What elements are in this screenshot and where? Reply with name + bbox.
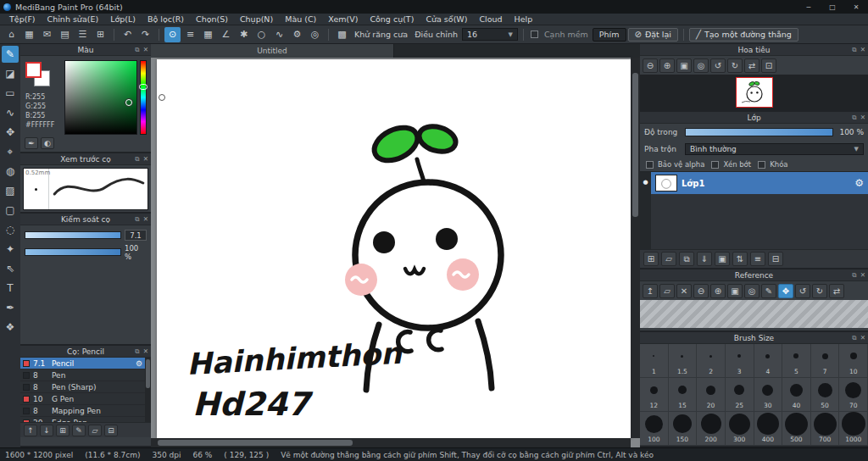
checkbox[interactable] [758, 161, 765, 169]
canvas-vertical-scrollbar[interactable] [631, 58, 640, 438]
zoom-in-icon[interactable]: ⊕ [710, 284, 726, 298]
add-brush-icon[interactable]: ⊞ [56, 425, 70, 436]
move-tool[interactable]: ✥ [2, 124, 19, 141]
undo-icon[interactable]: ↶ [120, 27, 136, 42]
brush-size-cell[interactable]: 100 [640, 412, 669, 446]
transparent-color-icon[interactable]: ◐ [41, 137, 54, 149]
eyedropper-icon[interactable]: ✒ [25, 137, 38, 149]
brush-size-cell[interactable]: 150 [669, 412, 698, 446]
popout-icon[interactable]: ⧉ [135, 347, 139, 356]
fit-window-icon[interactable]: ▣ [676, 58, 692, 73]
delete-brush-icon[interactable]: ⊟ [104, 425, 118, 436]
text-tool[interactable]: T [2, 280, 19, 297]
close-panel-icon[interactable]: ✕ [143, 347, 148, 355]
close-panel-icon[interactable]: ✕ [143, 215, 148, 223]
panel-layout-icon[interactable]: ▤ [57, 27, 73, 42]
color-picker-ring[interactable] [125, 99, 132, 106]
brush-size-cell[interactable]: 40 [782, 378, 811, 412]
brush-size-cell[interactable]: 200 [697, 412, 726, 446]
pick-color-icon[interactable]: ✎ [761, 284, 776, 298]
snap-ellipse-icon[interactable]: ○ [253, 27, 270, 42]
brush-size-cell[interactable]: 300 [726, 412, 754, 446]
hand-tool[interactable]: ❖ [2, 319, 19, 336]
lock-checkbox[interactable]: Khóa [756, 160, 787, 169]
popout-icon[interactable]: ⧉ [135, 155, 139, 164]
menu-item[interactable]: Help [509, 14, 539, 25]
layer-settings-icon[interactable]: ⚙ [854, 177, 864, 189]
zoom-out-icon[interactable]: ⊖ [693, 284, 709, 298]
reset-button[interactable]: ⊘ Đặt lại [628, 28, 678, 42]
layer-visibility-icon[interactable]: ● [643, 179, 648, 249]
rotate-right-icon[interactable]: ↻ [812, 284, 827, 298]
saturation-value-square[interactable] [64, 60, 137, 135]
zoom-100-icon[interactable]: ◎ [693, 58, 709, 73]
brush-size-cell[interactable]: 1 [640, 344, 669, 378]
brush-size-value[interactable]: 7.1 [125, 230, 147, 241]
flip-view-icon[interactable]: ⇄ [744, 58, 760, 73]
pan-icon[interactable]: ✥ [778, 284, 793, 298]
antialias-icon[interactable]: ▩ [334, 27, 350, 42]
menu-item[interactable]: Tệp(F) [3, 14, 42, 25]
close-panel-icon[interactable]: ✕ [860, 271, 865, 279]
brush-mapping-pen[interactable]: 8 Mapping Pen ⚙ [20, 405, 151, 417]
transform-tool[interactable]: ⌖ [2, 143, 19, 160]
brush-size-slider[interactable] [25, 231, 121, 239]
eraser-tool[interactable]: ◪ [2, 65, 19, 82]
wand-tool[interactable]: ✦ [2, 241, 19, 258]
reset-view-icon[interactable]: ⊡ [761, 58, 776, 73]
home-icon[interactable]: ⌂ [3, 27, 19, 42]
actual-size-icon[interactable]: ◎ [744, 284, 760, 298]
menu-item[interactable]: Xem(V) [322, 14, 364, 25]
brush-size-cell[interactable]: 15 [669, 378, 698, 412]
snap-vanishing-point-icon[interactable]: ∠ [218, 27, 234, 42]
layer-row-lop1[interactable]: Lớp1 ⚙ [651, 172, 868, 194]
popout-icon[interactable]: ⧉ [135, 46, 139, 54]
document-tab[interactable]: Untitled [151, 44, 394, 58]
brush-size-cell[interactable]: 4 [754, 344, 783, 378]
rotate-left-icon[interactable]: ↺ [710, 58, 726, 73]
layer-mask-icon[interactable]: ▣ [715, 252, 730, 266]
menu-item[interactable]: Chỉnh sửa(E) [42, 14, 105, 25]
snap-curve-icon[interactable]: ∿ [271, 27, 287, 42]
snap-parallel-icon[interactable]: ≡ [182, 27, 198, 42]
grid-icon[interactable]: ⊞ [92, 27, 108, 42]
eyedropper-tool[interactable]: ✒ [2, 299, 19, 316]
brush-size-cell[interactable]: 7 [811, 344, 840, 378]
brush-list-scrollbar[interactable] [145, 358, 151, 422]
brush-size-cell[interactable]: 500 [782, 412, 811, 446]
brush-size-cell[interactable]: 70 [839, 378, 868, 412]
clipping-checkbox[interactable]: Xén bớt [709, 160, 751, 169]
brush-down-icon[interactable]: ↓ [40, 425, 53, 436]
brush-edge-pen[interactable]: 20 Edge Pen ⚙ [20, 417, 151, 422]
checkbox[interactable] [711, 161, 719, 169]
add-layer-icon[interactable]: ⊞ [643, 252, 659, 266]
clear-image-icon[interactable]: ✕ [676, 284, 692, 298]
merge-down-icon[interactable]: ⇓ [697, 252, 712, 266]
duplicate-layer-icon[interactable]: ⧉ [679, 252, 694, 266]
brush-size-cell[interactable]: 10 [839, 344, 868, 378]
menu-item[interactable]: Màu (C) [279, 14, 322, 25]
popout-icon[interactable]: ⧉ [852, 271, 856, 280]
flip-icon[interactable]: ⇄ [829, 284, 844, 298]
fit-icon[interactable]: ▣ [727, 284, 743, 298]
reorder-layer-icon[interactable]: ⇅ [732, 252, 748, 266]
adjust-select[interactable]: 16 ▼ [462, 28, 518, 41]
menu-item[interactable]: Công cụ(T) [364, 14, 420, 25]
menu-item[interactable]: Chụp(N) [234, 14, 279, 25]
brush-size-cell[interactable]: 2 [697, 344, 726, 378]
blend-mode-select[interactable]: Bình thường ▼ [685, 143, 864, 155]
menu-item[interactable]: Chọn(S) [190, 14, 234, 25]
brush-folder-icon[interactable]: ▱ [88, 425, 102, 436]
close-panel-icon[interactable]: ✕ [860, 334, 865, 342]
foreground-color-swatch[interactable] [25, 62, 42, 78]
select-tool[interactable]: ▢ [2, 202, 19, 219]
brush-size-cell[interactable]: 3 [726, 344, 754, 378]
import-image-icon[interactable]: ↥ [643, 284, 658, 298]
brush-g-pen[interactable]: 10 G Pen ⚙ [20, 393, 151, 405]
brush-pen-sharp[interactable]: 8 Pen (Sharp) ⚙ [20, 381, 151, 393]
brush-size-cell[interactable]: 1000 [839, 412, 868, 446]
brush-size-cell[interactable]: 30 [754, 378, 783, 412]
protect-alpha-checkbox[interactable]: Bảo vệ alpha [644, 160, 704, 169]
add-folder-icon[interactable]: ▱ [661, 252, 676, 266]
close-panel-icon[interactable]: ✕ [860, 114, 865, 121]
